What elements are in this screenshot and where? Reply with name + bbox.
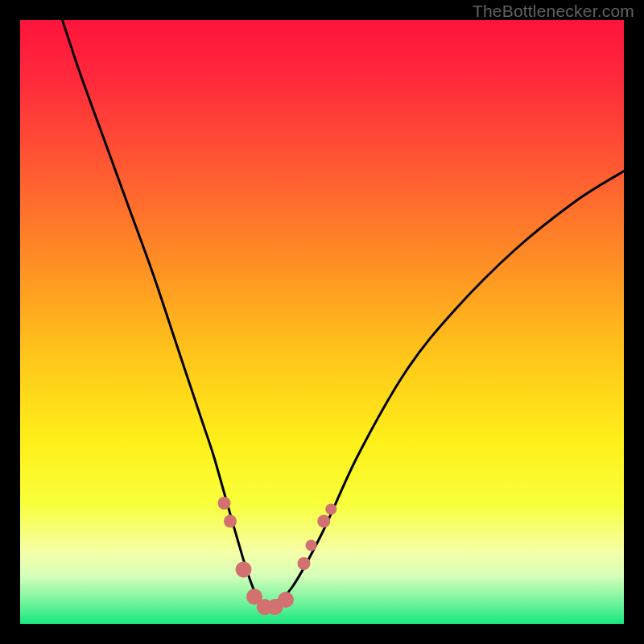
nodule-marker xyxy=(224,515,237,528)
nodule-marker xyxy=(298,557,311,570)
bottleneck-chart xyxy=(20,20,624,624)
nodule-marker xyxy=(236,562,252,578)
nodule-marker xyxy=(325,504,336,515)
watermark-text: TheBottlenecker.com xyxy=(473,2,634,21)
plot-area xyxy=(20,20,624,624)
nodule-marker xyxy=(278,592,294,608)
nodule-marker xyxy=(317,515,330,528)
chart-frame: TheBottlenecker.com xyxy=(0,0,644,644)
nodule-marker xyxy=(306,540,317,551)
nodule-marker xyxy=(218,497,231,510)
